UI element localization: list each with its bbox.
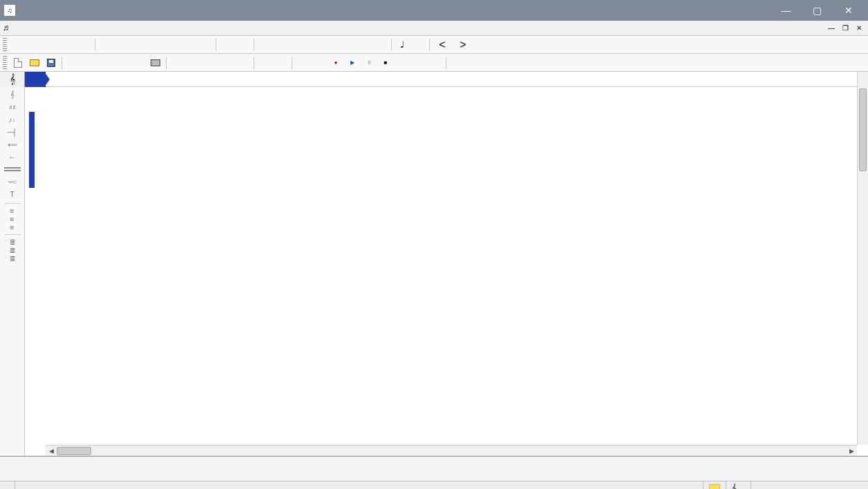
spacing-3[interactable]: ≡ (3, 224, 22, 230)
stop-button[interactable]: ■ (378, 55, 393, 70)
spacing-1[interactable]: ≡ (3, 208, 22, 213)
thirtysecond-note-button[interactable] (181, 37, 196, 52)
decrescendo-button[interactable]: > (453, 37, 473, 52)
menu-insert[interactable] (62, 27, 73, 30)
rest-2-button[interactable] (340, 37, 355, 52)
spacing-2[interactable]: ≡ (3, 216, 22, 222)
quarter-note-button[interactable] (131, 37, 147, 52)
dotted-half-button[interactable] (219, 37, 234, 52)
piano-keyboard-button[interactable] (428, 55, 443, 70)
open-button[interactable] (27, 55, 42, 70)
mdi-close-button[interactable]: ✕ (853, 23, 865, 34)
menu-edit[interactable] (29, 27, 40, 30)
horizontal-scrollbar[interactable]: ◀ ▶ (46, 445, 857, 456)
document-tab-bar: 𝄞 (0, 481, 868, 489)
lyrics-button[interactable] (312, 55, 327, 70)
spacing-5[interactable]: ≣ (3, 247, 22, 253)
minimize-button[interactable]: — (771, 0, 802, 21)
stem-up-button[interactable]: ♩ (395, 37, 410, 52)
speaker-button[interactable] (395, 55, 410, 70)
save-button[interactable] (44, 55, 59, 70)
spacing-6[interactable]: ≣ (3, 256, 22, 261)
undo-button[interactable] (257, 55, 272, 70)
link-button[interactable] (236, 55, 251, 70)
play-button[interactable]: ▶ (345, 55, 360, 70)
menu-window[interactable] (95, 27, 106, 30)
paste-button[interactable] (202, 55, 218, 70)
sixteenth-note-button[interactable] (164, 37, 180, 52)
key-tool[interactable]: ♯♯ (3, 102, 22, 112)
score-area[interactable]: ◀ ▶ (25, 87, 868, 456)
sixtyfourth-note-button[interactable] (198, 37, 213, 52)
maximize-button[interactable]: ▢ (802, 0, 833, 21)
menu-notes[interactable] (73, 27, 84, 30)
slur-button[interactable] (411, 37, 426, 52)
selection-margin[interactable] (29, 112, 35, 188)
record-button[interactable]: ● (328, 55, 343, 70)
menu-tools[interactable] (84, 27, 95, 30)
play-cursor-icon[interactable] (25, 72, 46, 87)
print-button[interactable] (148, 55, 163, 70)
spacing-4[interactable]: ≣ (3, 239, 22, 245)
tie-button[interactable] (290, 37, 305, 52)
tabs-icon[interactable] (0, 481, 15, 489)
copy-button[interactable] (186, 55, 201, 70)
double-sharp-button[interactable] (60, 37, 75, 52)
close-button[interactable]: ✕ (833, 0, 864, 21)
triplet-button[interactable] (307, 37, 322, 52)
pause-button[interactable]: ⏸ (361, 55, 377, 70)
rest-4-button[interactable] (373, 37, 388, 52)
dyn-tool[interactable]: 𝆒 (3, 177, 22, 186)
find-button[interactable] (115, 55, 130, 70)
staff-tool[interactable] (3, 164, 22, 174)
note-down-tool[interactable]: ♪↓ (3, 115, 22, 124)
note-entry-button[interactable] (219, 55, 234, 70)
tools-button[interactable] (98, 55, 113, 70)
double-dotted-button[interactable] (274, 37, 289, 52)
rest-1-button[interactable] (323, 37, 339, 52)
menu-help[interactable] (106, 27, 117, 30)
bar-tool[interactable]: ─┤ (3, 127, 22, 137)
glasses-button[interactable] (82, 55, 97, 70)
book-button[interactable] (65, 55, 80, 70)
rit-tool[interactable]: ← (3, 152, 22, 162)
title-bar: ♫ — ▢ ✕ (0, 0, 868, 21)
half-note-button[interactable] (115, 37, 130, 52)
menu-file[interactable] (18, 27, 29, 30)
mdi-minimize-button[interactable]: — (825, 23, 838, 34)
scroll-left-button[interactable]: ◀ (46, 446, 57, 456)
flat-button[interactable] (44, 37, 59, 52)
mdi-restore-button[interactable]: ❐ (839, 23, 851, 34)
crescendo-button[interactable]: < (433, 37, 452, 52)
hscroll-thumb[interactable] (57, 447, 91, 455)
new-button[interactable] (10, 55, 26, 70)
zoom-out-button[interactable] (466, 55, 481, 70)
toolbar-grip-2[interactable] (3, 56, 7, 70)
toolbar-grip[interactable] (3, 38, 7, 52)
dotted-quarter-button[interactable] (257, 37, 272, 52)
status-warning (703, 481, 726, 489)
rest-3-button[interactable] (357, 37, 372, 52)
scroll-thumb[interactable] (859, 88, 867, 171)
info-button[interactable] (295, 55, 310, 70)
whole-note-button[interactable] (98, 37, 113, 52)
double-flat-button[interactable] (77, 37, 92, 52)
accel-tool[interactable]: ⟸ (3, 140, 22, 149)
menu-view[interactable] (40, 27, 51, 30)
piano-keyboard[interactable] (0, 456, 868, 481)
vertical-scrollbar[interactable] (857, 87, 868, 445)
selection-rect-button[interactable] (236, 37, 251, 52)
clef-icon[interactable]: 𝄞 (10, 74, 15, 85)
find-in-page-button[interactable] (131, 55, 147, 70)
text-tool[interactable]: T (3, 189, 22, 199)
scroll-right-button[interactable]: ▶ (846, 446, 857, 456)
cut-button[interactable] (169, 55, 185, 70)
natural-button[interactable] (10, 37, 26, 52)
redo-button[interactable] (274, 55, 289, 70)
zoom-in-button[interactable] (449, 55, 464, 70)
eighth-note-button[interactable] (148, 37, 163, 52)
clef-tool[interactable]: 𝄞 (3, 90, 22, 99)
mute-button[interactable] (411, 55, 426, 70)
menu-staff[interactable] (51, 27, 62, 30)
sharp-button[interactable] (27, 37, 42, 52)
